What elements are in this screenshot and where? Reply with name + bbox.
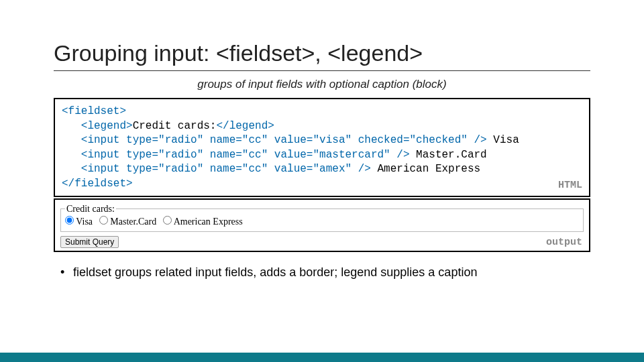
code-line: <legend> [81, 120, 133, 132]
radio-label: Visa [76, 217, 93, 227]
code-line: <input type="radio" name="cc" value="mas… [81, 149, 410, 161]
output-label: output [546, 237, 582, 248]
code-example-box: <fieldset> <legend>Credit cards:</legend… [54, 98, 590, 197]
bullet-marker: • [60, 265, 70, 280]
radio-option-mastercard[interactable]: Master.Card [99, 217, 156, 227]
code-language-label: HTML [558, 179, 582, 192]
radio-option-visa[interactable]: Visa [65, 217, 93, 227]
radio-option-amex[interactable]: American Express [163, 217, 243, 227]
footer-accent-bar [0, 353, 644, 362]
credit-cards-fieldset: Credit cards: Visa Master.Card American … [60, 204, 584, 232]
code-line: <input type="radio" name="cc" value="vis… [81, 134, 487, 146]
code-text: Visa [487, 134, 519, 146]
code-line: </legend> [216, 120, 274, 132]
radio-visa[interactable] [65, 216, 74, 225]
output-example-box: Credit cards: Visa Master.Card American … [54, 198, 590, 252]
radio-amex[interactable] [163, 216, 172, 225]
code-line: </fieldset> [62, 178, 133, 190]
radio-label: Master.Card [110, 217, 156, 227]
slide-subtitle: groups of input fields with optional cap… [54, 78, 590, 91]
slide-title: Grouping input: <fieldset>, <legend> [54, 40, 590, 71]
radio-mastercard[interactable] [99, 216, 108, 225]
code-text: Master.Card [410, 149, 487, 161]
code-text: Credit cards: [133, 120, 217, 132]
submit-button[interactable]: Submit Query [60, 236, 119, 248]
code-line: <input type="radio" name="cc" value="ame… [81, 163, 371, 175]
bullet-text: fieldset groups related input fields, ad… [73, 265, 477, 279]
fieldset-legend: Credit cards: [65, 204, 116, 215]
code-line: <fieldset> [62, 105, 126, 117]
bullet-point: • fieldset groups related input fields, … [54, 265, 590, 280]
code-text: American Express [371, 163, 480, 175]
radio-label: American Express [174, 217, 243, 227]
